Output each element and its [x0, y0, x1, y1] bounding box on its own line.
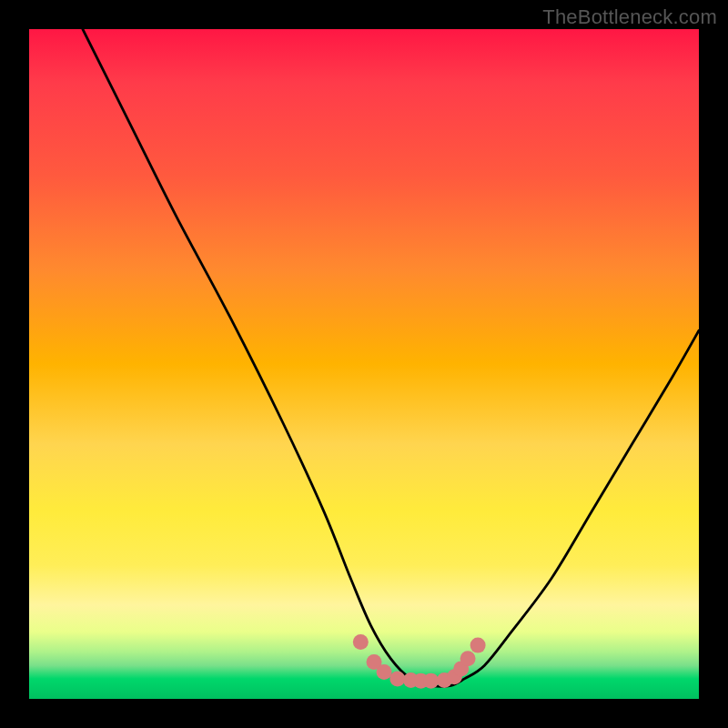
trough-marker	[460, 651, 476, 666]
trough-marker	[353, 634, 369, 650]
plot-area	[29, 29, 699, 699]
curve-line	[83, 29, 699, 686]
watermark-text: TheBottleneck.com	[542, 5, 717, 29]
trough-marker	[377, 664, 392, 680]
curve-path	[83, 29, 699, 686]
chart-svg	[29, 29, 699, 699]
trough-marker	[470, 638, 486, 653]
trough-marker	[423, 673, 439, 689]
trough-marker	[389, 671, 405, 686]
chart-container: TheBottleneck.com	[0, 0, 728, 728]
trough-markers	[353, 634, 486, 689]
